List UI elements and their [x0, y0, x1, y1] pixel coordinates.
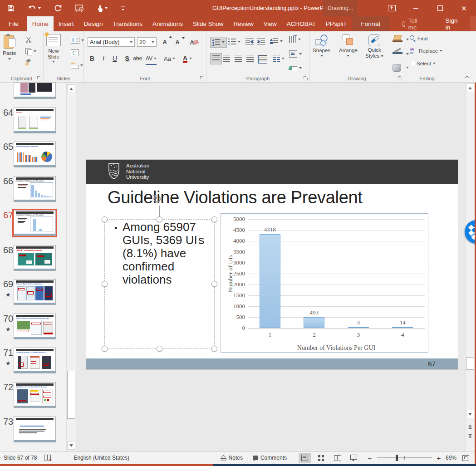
- thumbnail[interactable]: [14, 417, 56, 442]
- touch-mode-dropdown-icon[interactable]: [105, 7, 108, 9]
- tab-design[interactable]: Design: [79, 16, 108, 31]
- justify-button[interactable]: [246, 55, 254, 62]
- next-slide-button[interactable]: [467, 433, 473, 439]
- bullets-button[interactable]: [210, 37, 227, 48]
- decrease-font-size-button[interactable]: A: [173, 37, 182, 48]
- redo-button[interactable]: [54, 5, 62, 12]
- resize-handle-bottom-right[interactable]: [211, 346, 217, 352]
- slide-canvas[interactable]: Australian National University Guideline…: [86, 160, 458, 369]
- panel-scroll-down-button[interactable]: [67, 441, 75, 450]
- find-button[interactable]: Find: [410, 35, 427, 41]
- strikethrough-button[interactable]: abc: [133, 53, 142, 64]
- font-name-combo[interactable]: Arial (Body): [88, 37, 135, 47]
- select-button[interactable]: Select: [410, 60, 436, 66]
- character-spacing-button[interactable]: AV: [146, 53, 157, 65]
- font-size-combo[interactable]: 20: [137, 37, 157, 47]
- tab-format[interactable]: Format: [356, 16, 386, 31]
- panel-scrollbar-thumb[interactable]: [67, 371, 75, 419]
- thumbnail[interactable]: [14, 83, 56, 99]
- quick-styles-button[interactable]: Quick Styles: [365, 34, 383, 59]
- thumbnail[interactable]: Violations are not Considered Serious: [14, 382, 56, 408]
- slide-title[interactable]: Guideline Violations are Prevalent: [108, 188, 363, 207]
- tab-home[interactable]: Home: [27, 16, 54, 31]
- tab-insert[interactable]: Insert: [54, 16, 79, 31]
- thumbnail[interactable]: Material Design Guidelines: [14, 142, 56, 167]
- zoom-in-button[interactable]: +: [436, 454, 442, 462]
- bold-button[interactable]: B: [88, 53, 97, 64]
- decrease-indent-button[interactable]: [245, 38, 254, 45]
- comments-button[interactable]: Comments: [253, 455, 287, 461]
- text-direction-button[interactable]: [289, 36, 301, 43]
- thumbnail-panel-scrollbar[interactable]: [66, 83, 76, 451]
- distributed-button[interactable]: [258, 55, 267, 64]
- format-painter-button[interactable]: [25, 59, 32, 66]
- tab-view[interactable]: View: [259, 16, 282, 31]
- thumbnail[interactable]: Results: [14, 108, 56, 133]
- slide-show-button[interactable]: [348, 453, 360, 463]
- font-dialog-launcher[interactable]: [200, 76, 204, 80]
- align-left-button[interactable]: [210, 53, 222, 64]
- zoom-level[interactable]: 69%: [446, 455, 456, 461]
- reset-slide-button[interactable]: [71, 49, 79, 56]
- slide-layout-button[interactable]: [71, 37, 84, 44]
- tab-review[interactable]: Review: [228, 16, 258, 31]
- change-case-button[interactable]: Aa: [164, 53, 175, 64]
- editor-scrollbar[interactable]: [465, 83, 475, 451]
- spell-check-icon[interactable]: [44, 455, 51, 461]
- clipboard-dialog-launcher[interactable]: [37, 76, 41, 80]
- rotation-handle-icon[interactable]: ↻: [152, 193, 162, 205]
- tab-acrobat[interactable]: ACROBAT: [282, 16, 321, 31]
- share-button[interactable]: Share: [470, 16, 476, 31]
- section-button[interactable]: [71, 62, 83, 68]
- arrange-button[interactable]: Arrange: [339, 34, 358, 57]
- slide-sorter-view-button[interactable]: [315, 453, 328, 463]
- text-shadow-button[interactable]: S: [123, 53, 132, 64]
- shapes-button[interactable]: Shapes: [313, 34, 330, 57]
- italic-button[interactable]: I: [99, 53, 108, 64]
- increase-font-size-button[interactable]: A: [160, 37, 169, 48]
- underline-button[interactable]: U: [110, 53, 119, 64]
- align-right-button[interactable]: [235, 55, 242, 62]
- thumbnail[interactable]: Guideline Violations are Prevalent: [14, 210, 56, 236]
- previous-slide-button[interactable]: [467, 423, 473, 430]
- font-color-button[interactable]: A: [183, 53, 192, 64]
- fit-slide-to-window-button[interactable]: [459, 453, 472, 463]
- thumbnail[interactable]: Guideline Violations are Prevalent: [14, 176, 56, 202]
- slide-counter[interactable]: Slide 67 of 78: [4, 455, 37, 461]
- increase-indent-button[interactable]: [257, 38, 265, 45]
- reading-view-button[interactable]: [331, 453, 344, 463]
- copy-button[interactable]: [25, 48, 36, 54]
- editor-scroll-down-button[interactable]: [466, 410, 474, 418]
- notes-button[interactable]: Notes: [221, 455, 243, 461]
- textbox-selection-outline[interactable]: ↻: [104, 219, 215, 349]
- zoom-out-button[interactable]: −: [367, 454, 373, 462]
- clear-formatting-button[interactable]: A: [187, 37, 196, 48]
- tab-slide-show[interactable]: Slide Show: [188, 16, 229, 31]
- close-button[interactable]: ✕: [452, 0, 476, 16]
- zoom-slider[interactable]: [377, 457, 432, 458]
- resize-handle-middle-left[interactable]: [102, 281, 108, 287]
- resize-handle-top-center[interactable]: [157, 216, 162, 222]
- tab-animations[interactable]: Animations: [147, 16, 188, 31]
- resize-handle-bottom-left[interactable]: [102, 346, 108, 352]
- new-slide-button[interactable]: New Slide: [46, 34, 61, 63]
- touch-mouse-mode-button[interactable]: [97, 5, 108, 12]
- thumbnail[interactable]: Easy-to-Spot, Serious Violations: [14, 279, 56, 305]
- resize-handle-bottom-center[interactable]: [157, 346, 162, 352]
- drawing-dialog-launcher[interactable]: [398, 76, 402, 80]
- align-center-button[interactable]: [223, 55, 230, 62]
- thumbnail[interactable]: “看不清” for Illegibility Detection: [14, 245, 56, 271]
- tab-file[interactable]: File: [0, 16, 27, 31]
- paste-button[interactable]: Paste: [3, 34, 16, 60]
- tell-me-box[interactable]: Tell me: [397, 16, 423, 31]
- shape-outline-button[interactable]: [393, 49, 402, 54]
- resize-handle-top-left[interactable]: [102, 216, 108, 222]
- customize-quick-access-toolbar-button[interactable]: [121, 5, 125, 11]
- numbering-button[interactable]: [228, 38, 240, 45]
- convert-to-smartart-button[interactable]: [289, 65, 302, 71]
- editor-scrollbar-thumb[interactable]: [466, 357, 474, 370]
- maximize-button[interactable]: [428, 0, 452, 16]
- ribbon-display-options-button[interactable]: [380, 0, 404, 16]
- thumbnail[interactable]: Severity Ratings – Context Sensitive: [14, 348, 56, 373]
- collapse-ribbon-button[interactable]: [465, 76, 470, 78]
